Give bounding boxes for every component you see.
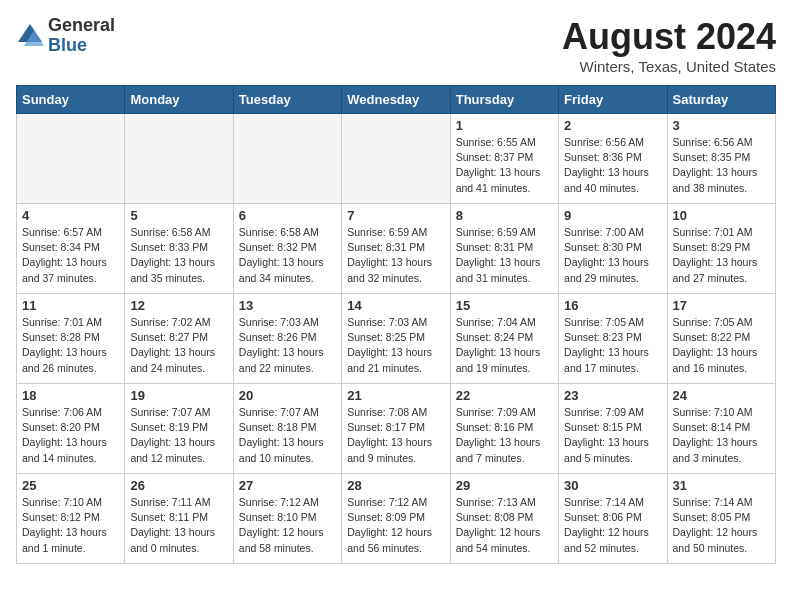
calendar-cell: 21Sunrise: 7:08 AM Sunset: 8:17 PM Dayli… — [342, 384, 450, 474]
calendar-week-row: 1Sunrise: 6:55 AM Sunset: 8:37 PM Daylig… — [17, 114, 776, 204]
day-info: Sunrise: 7:10 AM Sunset: 8:14 PM Dayligh… — [673, 405, 770, 466]
day-number: 31 — [673, 478, 770, 493]
month-title: August 2024 — [562, 16, 776, 58]
logo-icon — [16, 22, 44, 50]
day-info: Sunrise: 7:00 AM Sunset: 8:30 PM Dayligh… — [564, 225, 661, 286]
calendar-cell: 13Sunrise: 7:03 AM Sunset: 8:26 PM Dayli… — [233, 294, 341, 384]
day-number: 10 — [673, 208, 770, 223]
weekday-header: Wednesday — [342, 86, 450, 114]
calendar-cell: 22Sunrise: 7:09 AM Sunset: 8:16 PM Dayli… — [450, 384, 558, 474]
calendar-cell — [125, 114, 233, 204]
calendar-cell: 8Sunrise: 6:59 AM Sunset: 8:31 PM Daylig… — [450, 204, 558, 294]
weekday-header: Tuesday — [233, 86, 341, 114]
calendar-cell: 29Sunrise: 7:13 AM Sunset: 8:08 PM Dayli… — [450, 474, 558, 564]
day-info: Sunrise: 6:58 AM Sunset: 8:33 PM Dayligh… — [130, 225, 227, 286]
calendar-cell: 7Sunrise: 6:59 AM Sunset: 8:31 PM Daylig… — [342, 204, 450, 294]
calendar-cell: 2Sunrise: 6:56 AM Sunset: 8:36 PM Daylig… — [559, 114, 667, 204]
calendar-cell: 28Sunrise: 7:12 AM Sunset: 8:09 PM Dayli… — [342, 474, 450, 564]
day-info: Sunrise: 6:59 AM Sunset: 8:31 PM Dayligh… — [347, 225, 444, 286]
day-number: 3 — [673, 118, 770, 133]
calendar-cell: 14Sunrise: 7:03 AM Sunset: 8:25 PM Dayli… — [342, 294, 450, 384]
day-number: 16 — [564, 298, 661, 313]
day-info: Sunrise: 6:58 AM Sunset: 8:32 PM Dayligh… — [239, 225, 336, 286]
calendar-cell: 19Sunrise: 7:07 AM Sunset: 8:19 PM Dayli… — [125, 384, 233, 474]
day-info: Sunrise: 7:13 AM Sunset: 8:08 PM Dayligh… — [456, 495, 553, 556]
day-info: Sunrise: 7:11 AM Sunset: 8:11 PM Dayligh… — [130, 495, 227, 556]
calendar-table: SundayMondayTuesdayWednesdayThursdayFrid… — [16, 85, 776, 564]
calendar-cell: 15Sunrise: 7:04 AM Sunset: 8:24 PM Dayli… — [450, 294, 558, 384]
day-number: 17 — [673, 298, 770, 313]
day-info: Sunrise: 7:05 AM Sunset: 8:22 PM Dayligh… — [673, 315, 770, 376]
day-number: 23 — [564, 388, 661, 403]
day-number: 18 — [22, 388, 119, 403]
calendar-cell: 26Sunrise: 7:11 AM Sunset: 8:11 PM Dayli… — [125, 474, 233, 564]
logo-text: General Blue — [48, 16, 115, 56]
calendar-cell: 4Sunrise: 6:57 AM Sunset: 8:34 PM Daylig… — [17, 204, 125, 294]
calendar-cell: 18Sunrise: 7:06 AM Sunset: 8:20 PM Dayli… — [17, 384, 125, 474]
day-info: Sunrise: 7:06 AM Sunset: 8:20 PM Dayligh… — [22, 405, 119, 466]
calendar-cell: 1Sunrise: 6:55 AM Sunset: 8:37 PM Daylig… — [450, 114, 558, 204]
location: Winters, Texas, United States — [562, 58, 776, 75]
title-block: August 2024 Winters, Texas, United State… — [562, 16, 776, 75]
calendar-cell: 31Sunrise: 7:14 AM Sunset: 8:05 PM Dayli… — [667, 474, 775, 564]
day-info: Sunrise: 6:56 AM Sunset: 8:36 PM Dayligh… — [564, 135, 661, 196]
day-info: Sunrise: 6:55 AM Sunset: 8:37 PM Dayligh… — [456, 135, 553, 196]
calendar-week-row: 18Sunrise: 7:06 AM Sunset: 8:20 PM Dayli… — [17, 384, 776, 474]
day-number: 11 — [22, 298, 119, 313]
calendar-cell: 10Sunrise: 7:01 AM Sunset: 8:29 PM Dayli… — [667, 204, 775, 294]
weekday-header: Monday — [125, 86, 233, 114]
calendar-cell: 20Sunrise: 7:07 AM Sunset: 8:18 PM Dayli… — [233, 384, 341, 474]
day-info: Sunrise: 7:12 AM Sunset: 8:10 PM Dayligh… — [239, 495, 336, 556]
day-number: 29 — [456, 478, 553, 493]
day-number: 12 — [130, 298, 227, 313]
day-number: 21 — [347, 388, 444, 403]
day-number: 24 — [673, 388, 770, 403]
weekday-header: Sunday — [17, 86, 125, 114]
day-number: 27 — [239, 478, 336, 493]
day-number: 30 — [564, 478, 661, 493]
day-number: 28 — [347, 478, 444, 493]
calendar-cell — [17, 114, 125, 204]
logo-general: General — [48, 16, 115, 36]
weekday-header: Friday — [559, 86, 667, 114]
calendar-week-row: 11Sunrise: 7:01 AM Sunset: 8:28 PM Dayli… — [17, 294, 776, 384]
day-info: Sunrise: 7:05 AM Sunset: 8:23 PM Dayligh… — [564, 315, 661, 376]
day-info: Sunrise: 6:57 AM Sunset: 8:34 PM Dayligh… — [22, 225, 119, 286]
day-info: Sunrise: 7:07 AM Sunset: 8:18 PM Dayligh… — [239, 405, 336, 466]
day-info: Sunrise: 6:59 AM Sunset: 8:31 PM Dayligh… — [456, 225, 553, 286]
day-info: Sunrise: 7:10 AM Sunset: 8:12 PM Dayligh… — [22, 495, 119, 556]
logo-blue: Blue — [48, 36, 115, 56]
day-number: 25 — [22, 478, 119, 493]
calendar-cell — [233, 114, 341, 204]
day-number: 19 — [130, 388, 227, 403]
day-number: 20 — [239, 388, 336, 403]
day-number: 4 — [22, 208, 119, 223]
calendar-cell: 6Sunrise: 6:58 AM Sunset: 8:32 PM Daylig… — [233, 204, 341, 294]
day-number: 9 — [564, 208, 661, 223]
calendar-cell: 24Sunrise: 7:10 AM Sunset: 8:14 PM Dayli… — [667, 384, 775, 474]
calendar-cell: 25Sunrise: 7:10 AM Sunset: 8:12 PM Dayli… — [17, 474, 125, 564]
day-info: Sunrise: 7:01 AM Sunset: 8:28 PM Dayligh… — [22, 315, 119, 376]
calendar-week-row: 25Sunrise: 7:10 AM Sunset: 8:12 PM Dayli… — [17, 474, 776, 564]
day-number: 6 — [239, 208, 336, 223]
day-info: Sunrise: 7:01 AM Sunset: 8:29 PM Dayligh… — [673, 225, 770, 286]
day-info: Sunrise: 7:14 AM Sunset: 8:06 PM Dayligh… — [564, 495, 661, 556]
day-info: Sunrise: 7:08 AM Sunset: 8:17 PM Dayligh… — [347, 405, 444, 466]
weekday-header: Thursday — [450, 86, 558, 114]
calendar-cell: 11Sunrise: 7:01 AM Sunset: 8:28 PM Dayli… — [17, 294, 125, 384]
day-number: 8 — [456, 208, 553, 223]
day-number: 2 — [564, 118, 661, 133]
calendar-cell: 9Sunrise: 7:00 AM Sunset: 8:30 PM Daylig… — [559, 204, 667, 294]
day-number: 7 — [347, 208, 444, 223]
logo: General Blue — [16, 16, 115, 56]
day-info: Sunrise: 7:03 AM Sunset: 8:26 PM Dayligh… — [239, 315, 336, 376]
day-info: Sunrise: 7:03 AM Sunset: 8:25 PM Dayligh… — [347, 315, 444, 376]
day-number: 5 — [130, 208, 227, 223]
page-header: General Blue August 2024 Winters, Texas,… — [16, 16, 776, 75]
calendar-cell: 30Sunrise: 7:14 AM Sunset: 8:06 PM Dayli… — [559, 474, 667, 564]
day-info: Sunrise: 7:09 AM Sunset: 8:16 PM Dayligh… — [456, 405, 553, 466]
weekday-header-row: SundayMondayTuesdayWednesdayThursdayFrid… — [17, 86, 776, 114]
day-info: Sunrise: 7:12 AM Sunset: 8:09 PM Dayligh… — [347, 495, 444, 556]
day-info: Sunrise: 7:14 AM Sunset: 8:05 PM Dayligh… — [673, 495, 770, 556]
calendar-cell: 27Sunrise: 7:12 AM Sunset: 8:10 PM Dayli… — [233, 474, 341, 564]
